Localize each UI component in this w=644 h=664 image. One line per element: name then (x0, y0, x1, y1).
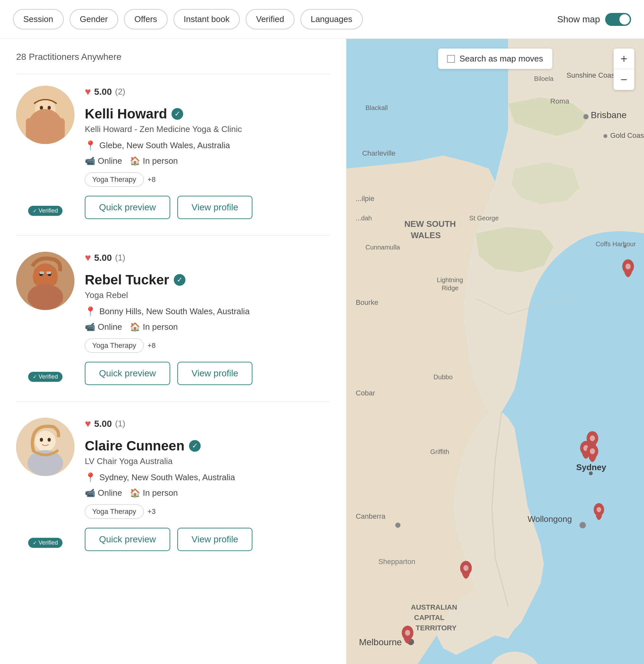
verified-filter-button[interactable]: Verified (246, 9, 294, 29)
session-filter-button[interactable]: Session (13, 9, 64, 29)
card-info: ♥ 5.00 (1) Claire Cunneen ✓ LV Chair Yog… (85, 418, 330, 551)
svg-point-15 (35, 431, 56, 451)
svg-text:Wollongong: Wollongong (527, 514, 572, 524)
card-name: Claire Cunneen (85, 438, 185, 454)
card-tags: Yoga Therapy +8 (85, 338, 330, 353)
video-icon: 📹 (85, 488, 95, 498)
view-profile-button[interactable]: View profile (177, 528, 252, 551)
svg-text:Melbourne: Melbourne (359, 637, 402, 647)
filter-bar: Session Gender Offers Instant book Verif… (0, 0, 644, 39)
card-actions: Quick preview View profile (85, 362, 330, 385)
svg-text:St George: St George (469, 214, 499, 222)
mode-online: 📹 Online (85, 488, 122, 498)
rating-count: (2) (115, 87, 126, 97)
rating-text: 5.00 (94, 419, 112, 429)
view-profile-button[interactable]: View profile (177, 362, 252, 385)
card-subtitle: LV Chair Yoga Australia (85, 456, 330, 466)
zoom-out-button[interactable]: − (614, 69, 634, 90)
verified-check-icon: ✓ (171, 108, 183, 120)
location-icon: 📍 (85, 472, 96, 483)
avatar (16, 252, 75, 310)
offers-filter-button[interactable]: Offers (124, 9, 167, 29)
mode-in-person-label: In person (143, 488, 178, 498)
rating-row: ♥ 5.00 (2) (85, 86, 330, 98)
verified-check-icon: ✓ (189, 440, 201, 452)
practitioners-count: 28 Practitioners Anywhere (16, 52, 330, 62)
card-name-row: Kelli Howard ✓ (85, 106, 330, 122)
mode-in-person-label: In person (143, 322, 178, 332)
card-location: 📍 Bonny Hills, New South Wales, Australi… (85, 306, 330, 317)
svg-text:...dah: ...dah (356, 214, 372, 222)
card-name-row: Rebel Tucker ✓ (85, 272, 330, 288)
svg-text:Canberra: Canberra (356, 512, 386, 520)
practitioner-card: Verified ♥ 5.00 (1) Rebel Tucker ✓ Yoga … (16, 252, 330, 401)
gender-filter-button[interactable]: Gender (69, 9, 119, 29)
svg-point-9 (27, 284, 63, 310)
verified-badge: Verified (28, 538, 62, 548)
card-name: Kelli Howard (85, 106, 167, 122)
map-search-checkbox[interactable] (447, 55, 455, 63)
svg-point-17 (40, 438, 43, 442)
svg-point-32 (580, 522, 586, 528)
mode-in-person: 🏠 In person (130, 488, 178, 498)
mode-online: 📹 Online (85, 156, 122, 166)
svg-text:Biloela: Biloela (534, 75, 554, 82)
view-profile-button[interactable]: View profile (177, 196, 252, 219)
svg-text:TERRITORY: TERRITORY (416, 624, 457, 632)
svg-point-54 (623, 245, 626, 248)
svg-point-23 (604, 134, 607, 138)
quick-preview-button[interactable]: Quick preview (85, 528, 170, 551)
rating-count: (1) (115, 419, 126, 429)
card-name-row: Claire Cunneen ✓ (85, 438, 330, 454)
verified-badge: Verified (28, 372, 62, 382)
show-map-toggle[interactable] (605, 13, 631, 26)
svg-point-62 (589, 472, 593, 475)
avatar-wrap: Verified (16, 252, 75, 385)
map-zoom-controls: + − (614, 48, 634, 90)
svg-point-66 (463, 565, 469, 571)
quick-preview-button[interactable]: Quick preview (85, 362, 170, 385)
avatar (16, 418, 75, 476)
languages-filter-button[interactable]: Languages (300, 9, 363, 29)
svg-point-70 (597, 507, 601, 512)
tag-yoga-therapy: Yoga Therapy (85, 172, 144, 187)
svg-rect-12 (40, 271, 44, 274)
svg-text:Dubbo: Dubbo (434, 373, 453, 380)
svg-point-60 (590, 449, 595, 454)
card-location: 📍 Sydney, New South Wales, Australia (85, 472, 330, 483)
svg-text:Charleville: Charleville (362, 149, 395, 157)
location-text: Bonny Hills, New South Wales, Australia (99, 307, 250, 316)
svg-point-5 (47, 106, 51, 110)
svg-point-4 (40, 106, 43, 110)
card-modes: 📹 Online 🏠 In person (85, 156, 330, 166)
svg-text:Sunshine Coast: Sunshine Coast (566, 71, 617, 79)
avatar (16, 86, 75, 144)
video-icon: 📹 (85, 156, 95, 166)
map-panel[interactable]: Brisbane Gold Coast Sunshine Coast NEW S… (346, 39, 644, 664)
mode-in-person: 🏠 In person (130, 322, 178, 332)
quick-preview-button[interactable]: Quick preview (85, 196, 170, 219)
svg-text:Gold Coast: Gold Coast (610, 131, 644, 140)
show-map-label: Show map (557, 14, 600, 25)
verified-check-icon: ✓ (174, 274, 185, 286)
mode-online-label: Online (98, 322, 122, 332)
card-tags: Yoga Therapy +8 (85, 172, 330, 187)
card-tags: Yoga Therapy +3 (85, 504, 330, 519)
main-layout: 28 Practitioners Anywhere (0, 39, 644, 664)
map-container[interactable]: Brisbane Gold Coast Sunshine Coast NEW S… (346, 39, 644, 664)
card-subtitle: Kelli Howard - Zen Medicine Yoga & Clini… (85, 124, 330, 134)
heart-icon: ♥ (85, 252, 91, 264)
instant-book-filter-button[interactable]: Instant book (173, 9, 240, 29)
divider-top (16, 74, 330, 74)
tag-yoga-therapy: Yoga Therapy (85, 338, 144, 353)
map-svg: Brisbane Gold Coast Sunshine Coast NEW S… (346, 39, 644, 664)
heart-icon: ♥ (85, 86, 91, 98)
map-search-bar[interactable]: Search as map moves (438, 48, 553, 69)
svg-text:Sydney: Sydney (576, 462, 606, 472)
zoom-in-button[interactable]: + (614, 48, 634, 69)
home-icon: 🏠 (130, 488, 140, 498)
svg-text:Griffith: Griffith (431, 448, 450, 455)
card-name: Rebel Tucker (85, 272, 169, 288)
home-icon: 🏠 (130, 322, 140, 332)
mode-in-person: 🏠 In person (130, 156, 178, 166)
